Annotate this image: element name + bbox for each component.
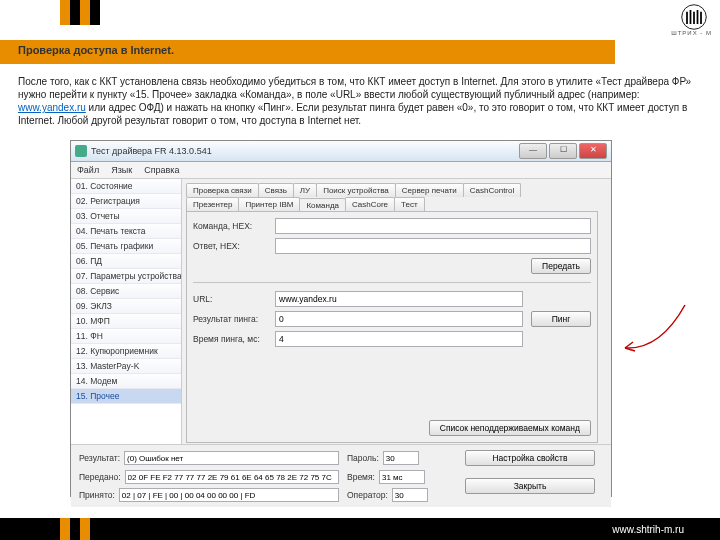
window-title: Тест драйвера FR 4.13.0.541 [91,146,519,156]
time-value [379,470,425,484]
menu-lang[interactable]: Язык [111,165,132,175]
sidebar-item-10[interactable]: 11. ФН [71,329,181,344]
operator-label: Оператор: [347,490,388,500]
url-label: URL: [193,294,275,304]
recv-value [119,488,339,502]
sidebar: 01. Состояние02. Регистрация03. Отчеты04… [71,179,182,444]
cmd-hex-input[interactable] [275,218,591,234]
sidebar-item-2[interactable]: 03. Отчеты [71,209,181,224]
minimize-button[interactable]: — [519,143,547,159]
unsupported-cmds-button[interactable]: Список неподдерживаемых команд [429,420,591,436]
password-value[interactable] [383,451,419,465]
close2-button[interactable]: Закрыть [465,478,595,494]
example-link[interactable]: www.yandex.ru [18,102,86,113]
ping-time-input[interactable] [275,331,523,347]
maximize-button[interactable]: ☐ [549,143,577,159]
brand-logo [680,3,708,31]
tab-Команда[interactable]: Команда [299,198,346,212]
url-input[interactable] [275,291,523,307]
sidebar-item-13[interactable]: 14. Модем [71,374,181,389]
sent-value [125,470,339,484]
cmd-hex-label: Команда, HEX: [193,221,275,231]
ping-result-input[interactable] [275,311,523,327]
description-text: После того, как с ККТ установлена связь … [18,75,702,127]
ping-button[interactable]: Пинг [531,311,591,327]
brand-name: ШТРИХ - М [671,30,712,36]
content-area: Проверка связиСвязьЛУПоиск устройстваСер… [182,179,611,444]
menu-file[interactable]: Файл [77,165,99,175]
send-button[interactable]: Передать [531,258,591,274]
sidebar-item-11[interactable]: 12. Купюроприемник [71,344,181,359]
sidebar-item-12[interactable]: 13. MasterPay-K [71,359,181,374]
props-button[interactable]: Настройка свойств [465,450,595,466]
sidebar-item-0[interactable]: 01. Состояние [71,179,181,194]
page-title: Проверка доступа в Internet. [18,44,174,56]
tab-CashControl[interactable]: CashControl [463,183,521,197]
ping-time-label: Время пинга, мс: [193,334,275,344]
sidebar-item-14[interactable]: 15. Прочее [71,389,181,404]
title-bar: Тест драйвера FR 4.13.0.541 — ☐ ✕ [71,141,611,162]
ans-hex-input[interactable] [275,238,591,254]
sidebar-item-6[interactable]: 07. Параметры устройства [71,269,181,284]
tab-Сервер печати[interactable]: Сервер печати [395,183,464,197]
app-window: Тест драйвера FR 4.13.0.541 — ☐ ✕ Файл Я… [70,140,612,497]
sidebar-item-8[interactable]: 09. ЭКЛЗ [71,299,181,314]
sidebar-item-9[interactable]: 10. МФП [71,314,181,329]
sent-label: Передано: [79,472,121,482]
tab-Проверка связи[interactable]: Проверка связи [186,183,259,197]
result-label: Результат: [79,453,120,463]
ans-hex-label: Ответ, HEX: [193,241,275,251]
sidebar-item-3[interactable]: 04. Печать текста [71,224,181,239]
menu-help[interactable]: Справка [144,165,179,175]
sidebar-item-5[interactable]: 06. ПД [71,254,181,269]
footer: www.shtrih-m.ru [0,518,720,540]
tab-CashCore[interactable]: CashCore [345,197,395,211]
tab-Связь[interactable]: Связь [258,183,294,197]
app-icon [75,145,87,157]
tab-Презентер[interactable]: Презентер [186,197,239,211]
sidebar-item-7[interactable]: 08. Сервис [71,284,181,299]
tab-Тест[interactable]: Тест [394,197,425,211]
footer-url: www.shtrih-m.ru [612,524,684,535]
result-value [124,451,339,465]
close-button[interactable]: ✕ [579,143,607,159]
status-panel: Результат: Пароль: Настройка свойств Пер… [71,444,611,507]
tab-panel: Команда, HEX: Ответ, HEX: Передать URL: … [186,211,598,443]
password-label: Пароль: [347,453,379,463]
time-label: Время: [347,472,375,482]
arrow-annotation [620,300,690,360]
tab-Поиск устройства[interactable]: Поиск устройства [316,183,396,197]
operator-value [392,488,428,502]
tab-ЛУ[interactable]: ЛУ [293,183,317,197]
top-stripes [60,0,100,25]
ping-result-label: Результат пинга: [193,314,275,324]
menu-bar: Файл Язык Справка [71,162,611,179]
sidebar-item-4[interactable]: 05. Печать графики [71,239,181,254]
sidebar-item-1[interactable]: 02. Регистрация [71,194,181,209]
tab-Принтер IBM[interactable]: Принтер IBM [238,197,300,211]
recv-label: Принято: [79,490,115,500]
